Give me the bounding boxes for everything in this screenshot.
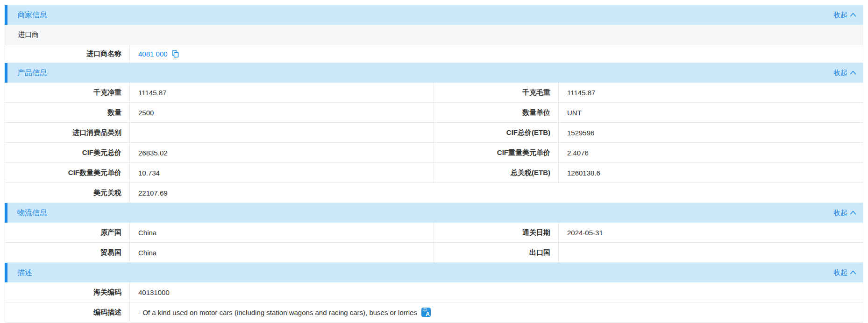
section-header-merchant: 商家信息 收起 bbox=[5, 5, 863, 25]
field-value-gross-weight: 11145.87 bbox=[559, 83, 863, 102]
section-header-logistics: 物流信息 收起 bbox=[5, 203, 863, 223]
table-row: CIF数量美元单价 10.734 总关税(ETB) 1260138.6 bbox=[5, 163, 863, 183]
field-value-cif-usd-unit-qty: 10.734 bbox=[130, 163, 434, 183]
collapse-toggle-product[interactable]: 收起 bbox=[833, 69, 856, 77]
field-value-code-description: - Of a kind used on motor cars (includin… bbox=[130, 302, 863, 322]
field-label-hs-code: 海关编码 bbox=[5, 282, 130, 302]
chevron-up-icon bbox=[850, 270, 856, 275]
copy-icon[interactable] bbox=[171, 50, 179, 58]
field-label-origin-country: 原产国 bbox=[5, 223, 130, 242]
table-row: 美元关税 22107.69 bbox=[5, 183, 863, 203]
code-description-text: - Of a kind used on motor cars (includin… bbox=[138, 309, 417, 316]
field-label-importer-name: 进口商名称 bbox=[5, 45, 130, 63]
field-label-export-country: 出口国 bbox=[434, 243, 559, 262]
table-row: 进口消费品类别 CIF总价(ETB) 1529596 bbox=[5, 123, 863, 143]
field-label-cif-total-etb: CIF总价(ETB) bbox=[434, 123, 559, 142]
field-label-clearance-date: 通关日期 bbox=[434, 223, 559, 242]
field-label-net-weight: 千克净重 bbox=[5, 83, 130, 102]
field-label-cif-usd-unit-weight: CIF重量美元单价 bbox=[434, 143, 559, 162]
field-label-usd-duty: 美元关税 bbox=[5, 183, 130, 203]
field-value-quantity-unit: UNT bbox=[559, 103, 863, 122]
table-row: 海关编码 40131000 bbox=[5, 282, 863, 302]
field-label-code-description: 编码描述 bbox=[5, 302, 130, 322]
field-label-total-duty-etb: 总关税(ETB) bbox=[434, 163, 559, 183]
description-table: 海关编码 40131000 编码描述 - Of a kind used on m… bbox=[5, 282, 863, 323]
section-title-logistics: 物流信息 bbox=[17, 208, 47, 218]
importer-name-link[interactable]: 4081 000 bbox=[138, 50, 168, 58]
translate-icon-a-glyph: A bbox=[426, 311, 430, 317]
section-title-description: 描述 bbox=[17, 268, 32, 278]
accent-bar bbox=[5, 5, 7, 25]
table-row: 千克净重 11145.87 千克毛重 11145.87 bbox=[5, 83, 863, 103]
table-row: 原产国 China 通关日期 2024-05-31 bbox=[5, 223, 863, 243]
field-value-clearance-date: 2024-05-31 bbox=[559, 223, 863, 242]
collapse-toggle-logistics[interactable]: 收起 bbox=[833, 209, 856, 218]
table-row: CIF美元总价 26835.02 CIF重量美元单价 2.4076 bbox=[5, 143, 863, 163]
collapse-label: 收起 bbox=[833, 209, 847, 218]
section-title-product: 产品信息 bbox=[17, 68, 47, 78]
section-description: 描述 收起 海关编码 40131000 编码描述 - Of a kind use… bbox=[5, 263, 863, 323]
field-label-gross-weight: 千克毛重 bbox=[434, 83, 559, 102]
table-row: 贸易国 China 出口国 bbox=[5, 243, 863, 263]
field-value-origin-country: China bbox=[130, 223, 434, 242]
field-value-cif-total-etb: 1529596 bbox=[559, 123, 863, 142]
logistics-table: 原产国 China 通关日期 2024-05-31 贸易国 China 出口国 bbox=[5, 223, 863, 263]
field-value-hs-code: 40131000 bbox=[130, 282, 863, 302]
field-value-cif-usd-total: 26835.02 bbox=[130, 143, 434, 162]
field-value-consumer-goods-category bbox=[130, 123, 434, 142]
trade-record-detail-page: 商家信息 收起 进口商 进口商名称 4081 000 bbox=[0, 0, 868, 323]
chevron-up-icon bbox=[850, 12, 856, 18]
field-value-cif-usd-unit-weight: 2.4076 bbox=[559, 143, 863, 162]
field-label-cif-usd-total: CIF美元总价 bbox=[5, 143, 130, 162]
field-value-total-duty-etb: 1260138.6 bbox=[559, 163, 863, 183]
field-label-cif-usd-unit-qty: CIF数量美元单价 bbox=[5, 163, 130, 183]
table-row-importer-name: 进口商名称 4081 000 bbox=[5, 45, 863, 63]
collapse-toggle-description[interactable]: 收起 bbox=[833, 268, 856, 277]
field-value-export-country bbox=[559, 243, 863, 262]
table-row: 编码描述 - Of a kind used on motor cars (inc… bbox=[5, 302, 863, 323]
collapse-label: 收起 bbox=[833, 268, 847, 277]
field-value-net-weight: 11145.87 bbox=[130, 83, 434, 102]
merchant-table: 进口商 进口商名称 4081 000 bbox=[5, 25, 863, 63]
section-logistics-info: 物流信息 收起 原产国 China 通关日期 2024-05-31 贸易国 Ch… bbox=[5, 203, 863, 263]
chevron-up-icon bbox=[850, 70, 856, 76]
accent-bar bbox=[5, 263, 7, 282]
field-label-consumer-goods-category: 进口消费品类别 bbox=[5, 123, 130, 142]
chevron-up-icon bbox=[850, 210, 856, 216]
accent-bar bbox=[5, 203, 7, 223]
table-row: 数量 2500 数量单位 UNT bbox=[5, 103, 863, 123]
field-value-importer-name: 4081 000 bbox=[130, 45, 863, 63]
field-label-trade-country: 贸易国 bbox=[5, 243, 130, 262]
accent-bar bbox=[5, 63, 7, 83]
section-header-description: 描述 收起 bbox=[5, 263, 863, 282]
importer-subheader: 进口商 bbox=[5, 25, 863, 45]
collapse-label: 收起 bbox=[833, 69, 847, 77]
section-header-product: 产品信息 收起 bbox=[5, 63, 863, 83]
field-value-usd-duty: 22107.69 bbox=[130, 183, 863, 203]
field-label-quantity-unit: 数量单位 bbox=[434, 103, 559, 122]
collapse-label: 收起 bbox=[833, 11, 847, 20]
translate-icon[interactable]: 中 A bbox=[421, 308, 431, 317]
field-value-quantity: 2500 bbox=[130, 103, 434, 122]
collapse-toggle-merchant[interactable]: 收起 bbox=[833, 11, 856, 20]
field-value-trade-country: China bbox=[130, 243, 434, 262]
section-merchant-info: 商家信息 收起 进口商 进口商名称 4081 000 bbox=[5, 5, 863, 63]
section-product-info: 产品信息 收起 千克净重 11145.87 千克毛重 11145.87 数量 2… bbox=[5, 63, 863, 203]
section-title-merchant: 商家信息 bbox=[17, 10, 47, 20]
product-table: 千克净重 11145.87 千克毛重 11145.87 数量 2500 数量单位… bbox=[5, 83, 863, 203]
field-label-quantity: 数量 bbox=[5, 103, 130, 122]
